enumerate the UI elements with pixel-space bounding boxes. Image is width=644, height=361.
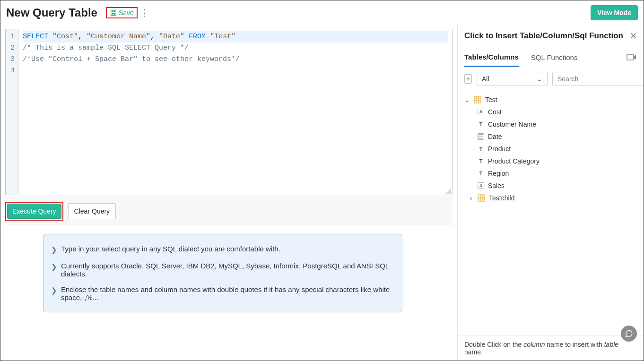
chevron-down-icon: ⌄ (537, 75, 542, 83)
code-line-3[interactable]: /* This is a sample SQL SELECT Query */ (23, 43, 448, 54)
chevron-right-icon: ❯ (51, 263, 57, 271)
chevron-right-icon[interactable]: › (468, 194, 474, 202)
tree-table-testchild[interactable]: › Testchild (464, 192, 637, 204)
hint-text: Enclose the table names and column names… (61, 285, 394, 301)
code-area[interactable]: SELECT "Cost", "Customer Name", "Date" F… (19, 29, 452, 195)
search-input-wrap[interactable] (552, 72, 644, 86)
code-line-1[interactable]: SELECT "Cost", "Customer Name", "Date" F… (23, 31, 448, 43)
tree-label: Product (488, 145, 511, 153)
tab-sql-functions[interactable]: SQL Functions (531, 48, 578, 66)
number-column-icon: # (478, 109, 484, 115)
query-actions: Execute Query Clear Query (5, 195, 453, 225)
tree-label: Testchild (489, 194, 514, 202)
search-icon (643, 76, 644, 82)
save-icon (110, 9, 117, 17)
tab-tables-columns[interactable]: Tables/Columns (464, 47, 519, 67)
sql-editor[interactable]: 1 2 3 4 SELECT "Cost", "Customer Name", … (5, 29, 453, 195)
svg-rect-1 (627, 54, 634, 60)
svg-rect-3 (474, 96, 481, 103)
hints-panel: ❯ Type in your select query in any SQL d… (43, 234, 402, 312)
hint-text: Currently supports Oracle, SQL Server, I… (61, 262, 394, 278)
tree-label: Region (488, 170, 509, 177)
main-panel: 1 2 3 4 SELECT "Cost", "Customer Name", … (0, 25, 457, 361)
svg-rect-10 (478, 195, 485, 201)
chevron-right-icon: ❯ (51, 286, 57, 295)
date-column-icon (478, 133, 484, 140)
table-icon (474, 96, 481, 103)
view-mode-button[interactable]: View Mode (591, 5, 638, 20)
chevron-right-icon: ❯ (51, 246, 57, 254)
tree-column[interactable]: T Region (464, 167, 637, 180)
chat-help-button[interactable] (621, 326, 637, 342)
clear-query-button[interactable]: Clear Query (68, 203, 116, 219)
tables-tree: ⌄ Test # Cost T Customer Name (458, 91, 644, 335)
text-column-icon: T (478, 121, 484, 128)
page-title: New Query Table (6, 6, 97, 19)
filter-select-value: All (482, 75, 489, 83)
hint-row: ❯ Enclose the table names and column nam… (49, 282, 396, 305)
chevron-down-icon[interactable]: ⌄ (464, 96, 470, 103)
execute-highlight: Execute Query (5, 202, 63, 221)
hint-row: ❯ Type in your select query in any SQL d… (49, 241, 396, 258)
tree-label: Cost (488, 108, 502, 116)
svg-rect-8 (479, 135, 483, 139)
tree-column[interactable]: T Product (464, 143, 637, 155)
text-column-icon: T (478, 158, 484, 164)
tree-label: Product Category (488, 157, 540, 165)
save-label: Save (119, 9, 134, 17)
resize-handle[interactable] (444, 187, 451, 194)
hint-row: ❯ Currently supports Oracle, SQL Server,… (49, 258, 396, 282)
save-button[interactable]: Save (110, 9, 134, 17)
line-gutter: 1 2 3 4 (6, 29, 19, 195)
close-icon[interactable]: ✕ (630, 31, 637, 41)
tree-label: Test (485, 96, 497, 103)
execute-query-button[interactable]: Execute Query (7, 204, 61, 219)
tree-label: Sales (488, 182, 505, 189)
video-icon[interactable] (627, 49, 637, 66)
svg-rect-0 (111, 10, 116, 16)
tree-column[interactable]: # Cost (464, 106, 637, 118)
code-line-4[interactable]: /*Use "Control + Space Bar" to see other… (23, 54, 448, 65)
tree-column[interactable]: # Sales (464, 180, 637, 192)
tree-column[interactable]: Date (464, 130, 637, 143)
number-column-icon: # (478, 182, 484, 189)
tree-label: Date (488, 133, 502, 140)
tree-column[interactable]: T Customer Name (464, 118, 637, 130)
hint-text: Type in your select query in any SQL dia… (61, 245, 280, 253)
header: New Query Table Save ⋮ View Mode (0, 0, 644, 25)
table-icon (478, 194, 485, 202)
side-title: Click to Insert Table/Column/Sql Functio… (464, 31, 623, 41)
side-panel: Click to Insert Table/Column/Sql Functio… (457, 25, 644, 361)
add-table-button[interactable]: ＋ (464, 74, 472, 84)
save-highlight: Save (106, 7, 138, 18)
tree-table-test[interactable]: ⌄ Test (464, 94, 637, 106)
tree-column[interactable]: T Product Category (464, 155, 637, 167)
search-input[interactable] (557, 75, 640, 83)
text-column-icon: T (478, 146, 484, 152)
footer-tip: Double Click on the column name to inser… (458, 335, 644, 361)
more-menu[interactable]: ⋮ (140, 8, 149, 18)
text-column-icon: T (478, 170, 484, 177)
tree-label: Customer Name (488, 120, 536, 128)
filter-select[interactable]: All ⌄ (477, 72, 548, 86)
